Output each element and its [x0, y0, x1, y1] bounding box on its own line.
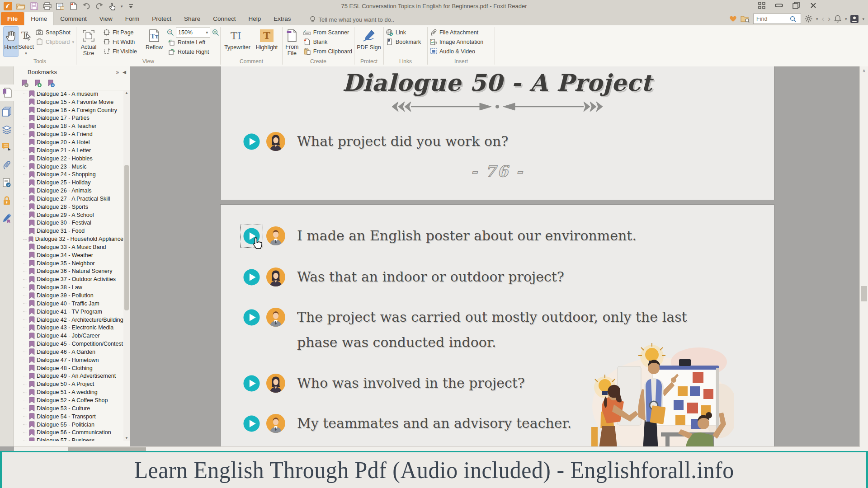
save-icon[interactable]: [29, 2, 39, 11]
notifications-bell-icon[interactable]: [834, 15, 841, 23]
bookmark-item[interactable]: Dialogue 55 - Politician: [23, 421, 123, 429]
tab-home[interactable]: Home: [24, 12, 54, 25]
open-file-icon[interactable]: [16, 2, 26, 11]
attachments-panel-tab[interactable]: [0, 157, 14, 173]
bookmark-item[interactable]: Dialogue 53 - Culture: [23, 404, 123, 413]
panel-scrollbar-thumb[interactable]: [124, 165, 129, 310]
search-folder-icon[interactable]: [741, 15, 750, 23]
touch-mode-icon[interactable]: [108, 2, 118, 11]
pages-panel-tab[interactable]: [0, 103, 14, 120]
account-caret-icon[interactable]: ▾: [862, 17, 864, 21]
tab-connect[interactable]: Connect: [207, 12, 242, 25]
bookmark-item[interactable]: Dialogue 25 - Holiday: [23, 178, 123, 187]
bookmark-item[interactable]: Dialogue 54 - Transport: [23, 413, 123, 421]
select-tool-button[interactable]: T Select ▾: [18, 27, 34, 56]
settings-caret-icon[interactable]: ▾: [816, 17, 818, 21]
stamps-panel-tab[interactable]: [0, 210, 14, 226]
reflow-button[interactable]: Tт Reflow: [142, 27, 166, 56]
security-panel-tab[interactable]: [0, 192, 14, 208]
audio-play-button[interactable]: [243, 375, 260, 392]
favorites-heart-icon[interactable]: [729, 15, 737, 22]
bookmark-item[interactable]: Dialogue 47 - Hometown: [23, 356, 123, 364]
pdf-sign-button[interactable]: PDF Sign: [356, 27, 382, 56]
bookmark-item[interactable]: Dialogue 44 - Job/Career: [23, 332, 123, 340]
audio-play-button[interactable]: [243, 415, 260, 432]
hand-tool-button[interactable]: Hand: [4, 27, 18, 56]
collapse-panel-icon[interactable]: ◀: [123, 70, 126, 75]
from-clipboard-button[interactable]: From Clipboard: [302, 47, 354, 56]
link-button[interactable]: Link: [384, 28, 423, 37]
email-icon[interactable]: [55, 2, 65, 11]
redo-icon[interactable]: [94, 2, 104, 11]
minimize-button[interactable]: [774, 1, 784, 10]
tab-protect[interactable]: Protect: [146, 12, 178, 25]
bookmark-item[interactable]: Dialogue 26 - Animals: [23, 187, 123, 195]
notifications-caret-icon[interactable]: ▾: [845, 17, 847, 21]
image-annotation-button[interactable]: Image Annotation: [428, 37, 485, 47]
bookmark-item[interactable]: Dialogue 35 - Neighbor: [23, 259, 123, 267]
expand-bookmark-icon[interactable]: [47, 80, 55, 88]
bookmark-item[interactable]: Dialogue 51 - A wedding: [23, 388, 123, 396]
tab-share[interactable]: Share: [178, 12, 207, 25]
customize-qat-icon[interactable]: [126, 2, 136, 11]
comments-panel-tab[interactable]: [0, 139, 14, 155]
snapshot-button[interactable]: SnapShot: [34, 28, 76, 37]
account-avatar[interactable]: [850, 15, 859, 23]
history-forward-icon[interactable]: ›: [828, 15, 830, 23]
audio-play-button[interactable]: [243, 269, 260, 286]
bookmark-item[interactable]: Dialogue 18 - A Teacher: [23, 122, 123, 130]
bookmark-item[interactable]: Dialogue 15 - A Favorite Movie: [23, 98, 123, 106]
zoom-in-icon[interactable]: [212, 29, 219, 36]
layers-panel-tab[interactable]: [0, 122, 14, 138]
bookmark-item[interactable]: Dialogue 16 - A Foreign Country: [23, 106, 123, 114]
doc-scroll-up-icon[interactable]: ʌ: [860, 68, 868, 73]
typewriter-button[interactable]: TI Typewriter: [222, 27, 253, 56]
bookmark-item[interactable]: Dialogue 22 - Hobbies: [23, 155, 123, 163]
digital-signatures-panel-tab[interactable]: [0, 175, 14, 191]
rotate-left-button[interactable]: Rotate Left: [166, 38, 220, 47]
fit-visible-button[interactable]: Fit Visible: [101, 47, 142, 56]
bookmark-item[interactable]: Dialogue 20 - A Hotel: [23, 138, 123, 146]
from-scanner-button[interactable]: From Scanner: [302, 28, 354, 37]
horizontal-scrollbar-thumb[interactable]: [68, 447, 146, 451]
bookmark-item[interactable]: Dialogue 52 - A Coffee Shop: [23, 396, 123, 404]
bookmark-item[interactable]: Dialogue 39 - Pollution: [23, 291, 123, 300]
audio-play-button[interactable]: [243, 228, 260, 244]
tab-extras[interactable]: Extras: [267, 12, 297, 25]
expand-panel-icon[interactable]: »: [116, 69, 118, 75]
close-button[interactable]: [808, 1, 818, 10]
bookmark-item[interactable]: Dialogue 57 - Business: [23, 436, 123, 441]
panel-scroll-down-icon[interactable]: ▼: [123, 435, 130, 441]
audio-play-button[interactable]: [243, 133, 260, 150]
bookmark-item[interactable]: Dialogue 23 - Music: [23, 163, 123, 171]
panel-scroll-up-icon[interactable]: ▲: [123, 90, 130, 96]
highlight-button[interactable]: T Highlight: [253, 27, 281, 56]
bookmark-item[interactable]: Dialogue 28 - Sports: [23, 203, 123, 211]
bookmark-item[interactable]: Dialogue 17 - Parties: [23, 114, 123, 122]
clipboard-button[interactable]: Clipboard ▾: [34, 37, 76, 47]
bookmark-item[interactable]: Dialogue 46 - A Garden: [23, 348, 123, 356]
restore-button[interactable]: [791, 1, 801, 10]
bookmark-create-button[interactable]: Bookmark: [384, 37, 423, 47]
bookmark-item[interactable]: Dialogue 19 - A Friend: [23, 130, 123, 138]
settings-gear-icon[interactable]: [805, 15, 812, 23]
tab-file[interactable]: File: [1, 12, 24, 25]
bookmark-item[interactable]: Dialogue 29 - A School: [23, 211, 123, 219]
print-icon[interactable]: [42, 2, 52, 11]
bookmark-item[interactable]: Dialogue 43 - Electronic Media: [23, 324, 123, 332]
bookmark-item[interactable]: Dialogue 21 - A Letter: [23, 146, 123, 155]
history-back-icon[interactable]: ‹: [822, 15, 825, 23]
foxit-logo-icon[interactable]: [3, 2, 13, 11]
bookmark-item[interactable]: Dialogue 30 - Festival: [23, 219, 123, 227]
bookmark-item[interactable]: Dialogue 42 - Architecture/Building: [23, 316, 123, 324]
rotate-right-button[interactable]: Rotate Right: [166, 47, 220, 56]
bookmark-item[interactable]: Dialogue 36 - Natural Scenery: [23, 267, 123, 276]
blank-button[interactable]: Blank: [302, 37, 354, 47]
audio-play-button[interactable]: [243, 309, 260, 326]
bookmark-item[interactable]: Dialogue 56 - Communication: [23, 428, 123, 436]
bookmark-item[interactable]: Dialogue 38 - Law: [23, 283, 123, 291]
bookmark-item[interactable]: Dialogue 33 - A Music Band: [23, 243, 123, 251]
bookmark-item[interactable]: Dialogue 24 - Shopping: [23, 170, 123, 178]
tab-help[interactable]: Help: [242, 12, 267, 25]
delete-bookmark-icon[interactable]: [21, 80, 29, 88]
